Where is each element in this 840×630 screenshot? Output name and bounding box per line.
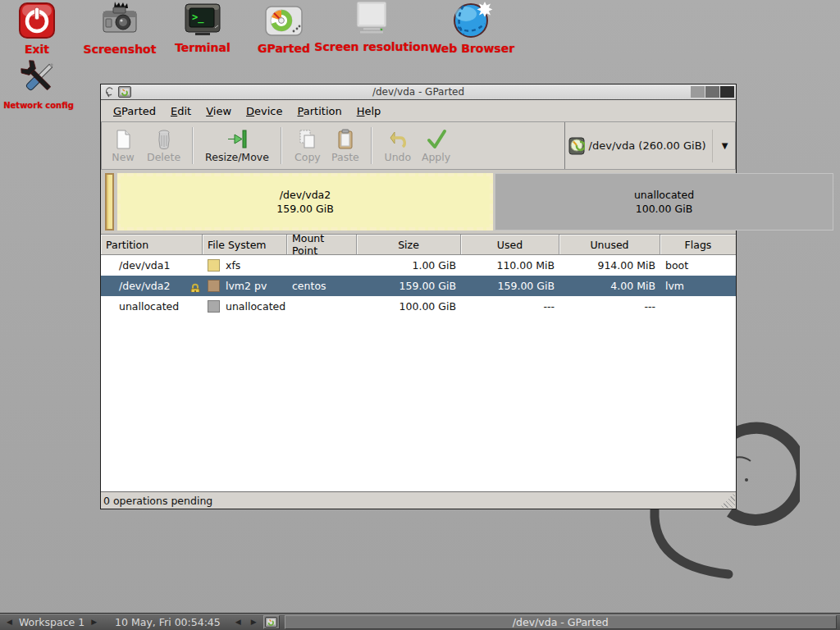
delete-button[interactable]: Delete: [142, 126, 185, 165]
desktop-icon-network-config[interactable]: Network config: [0, 57, 77, 110]
workspace-next-arrow[interactable]: ▶: [88, 618, 100, 626]
close-button[interactable]: [720, 86, 734, 98]
gparted-window: /dev/vda - GParted GParted Edit View Dev…: [100, 84, 737, 509]
device-selector[interactable]: /dev/vda (260.00 GiB) ▼: [564, 122, 736, 169]
task-icon-button[interactable]: [263, 615, 280, 629]
table-empty-area: [101, 317, 736, 491]
resize-grip[interactable]: [719, 492, 735, 508]
tasklist-next-arrow[interactable]: ▶: [248, 618, 260, 626]
partition-block-vda2[interactable]: /dev/vda2 159.00 GiB: [117, 173, 493, 231]
cell-size: 100.00 GiB: [357, 300, 461, 313]
cell-filesystem: unallocated: [203, 300, 287, 313]
desktop-icon-label: Screen resolution: [314, 40, 428, 53]
table-row-vda2[interactable]: /dev/vda2 lvm2 pv centos 159.00 GiB 159.…: [101, 276, 736, 296]
power-icon: [17, 2, 57, 40]
column-header-used[interactable]: Used: [461, 235, 559, 255]
apply-button[interactable]: Apply: [417, 126, 455, 165]
cell-unused: 914.00 MiB: [559, 259, 660, 272]
desktop-icon-label: Network config: [3, 101, 74, 110]
undo-button[interactable]: Undo: [379, 126, 417, 165]
cell-used: 110.00 MiB: [461, 259, 559, 272]
column-header-mountpoint[interactable]: Mount Point: [287, 235, 357, 255]
partition-block-unallocated[interactable]: unallocated 100.00 GiB: [495, 173, 833, 231]
column-header-size[interactable]: Size: [357, 235, 461, 255]
chevron-down-icon[interactable]: ▼: [717, 141, 733, 150]
cell-flags: lvm: [660, 280, 736, 292]
cell-size: 159.00 GiB: [357, 280, 461, 292]
apply-checkmark-icon: [426, 129, 447, 150]
cell-unused: ---: [559, 300, 660, 313]
menu-partition[interactable]: Partition: [290, 103, 349, 120]
partition-block-vda1[interactable]: [105, 173, 114, 231]
debian-swirl-icon: [105, 86, 115, 98]
new-button[interactable]: New: [104, 126, 142, 165]
cell-unused: 4.00 MiB: [559, 280, 660, 292]
lock-icon: [189, 283, 201, 292]
workspace-prev-arrow[interactable]: ◀: [3, 618, 16, 626]
desktop-icon-exit[interactable]: Exit: [10, 2, 64, 56]
workspace-label: Workspace 1: [19, 616, 84, 628]
desktop-icon-label: Exit: [25, 43, 49, 56]
cell-flags: boot: [660, 259, 736, 272]
column-header-unused[interactable]: Unused: [559, 235, 660, 255]
column-header-filesystem[interactable]: File System: [203, 235, 287, 255]
gparted-task-icon: [265, 617, 277, 628]
cell-partition: unallocated: [101, 300, 203, 313]
menu-help[interactable]: Help: [349, 103, 389, 120]
titlebar[interactable]: /dev/vda - GParted: [101, 84, 736, 100]
partition-visual-bar: /dev/vda2 159.00 GiB unallocated 100.00 …: [101, 169, 736, 235]
cell-mountpoint: centos: [287, 280, 357, 292]
desktop-icon-label: Terminal: [175, 41, 231, 54]
menu-view[interactable]: View: [199, 103, 239, 120]
toolbar-separator: [371, 127, 372, 164]
table-row-unallocated[interactable]: unallocated unallocated 100.00 GiB --- -…: [101, 296, 736, 317]
cell-filesystem: lvm2 pv: [203, 280, 287, 292]
column-header-flags[interactable]: Flags: [660, 235, 736, 255]
window-title: /dev/vda - GParted: [101, 86, 736, 98]
table-header-row: Partition File System Mount Point Size U…: [101, 235, 736, 255]
cell-partition: /dev/vda1: [101, 259, 203, 272]
desktop-icon-screenshot[interactable]: Screenshot: [80, 1, 159, 56]
camera-icon: [98, 1, 141, 40]
resize-move-button[interactable]: Resize/Move: [200, 126, 274, 165]
cell-used: ---: [461, 300, 559, 313]
taskbar-window-title: /dev/vda - GParted: [513, 616, 609, 628]
column-header-partition[interactable]: Partition: [101, 235, 203, 255]
menu-device[interactable]: Device: [239, 103, 290, 120]
partition-block-name: unallocated: [634, 188, 694, 202]
desktop-icon-terminal[interactable]: >_ Terminal: [167, 2, 239, 54]
tasklist-prev-arrow[interactable]: ◀: [232, 618, 244, 626]
delete-partition-icon: [154, 129, 174, 150]
menu-gparted[interactable]: GParted: [106, 103, 163, 120]
monitor-icon: [351, 0, 392, 38]
desktop-icon-screen-resolution[interactable]: Screen resolution: [310, 0, 433, 53]
toolbar-separator: [192, 127, 194, 164]
minimize-button[interactable]: [691, 86, 705, 98]
filesystem-color-swatch: [208, 300, 220, 313]
partition-table: Partition File System Mount Point Size U…: [101, 235, 736, 317]
paste-button[interactable]: Paste: [326, 126, 364, 165]
toolbar: New Delete Resize/Move: [101, 121, 736, 169]
paste-icon: [336, 129, 355, 150]
menu-edit[interactable]: Edit: [163, 103, 199, 120]
combo-divider: [712, 130, 713, 162]
desktop-icon-label: GParted: [258, 42, 310, 55]
copy-button[interactable]: Copy: [289, 126, 326, 165]
cell-used: 159.00 GiB: [461, 280, 559, 292]
taskbar-window-button[interactable]: /dev/vda - GParted: [285, 615, 837, 629]
desktop-icon-web-browser[interactable]: Web Browser: [417, 0, 527, 55]
toolbar-separator: [281, 127, 282, 164]
copy-icon: [297, 129, 318, 150]
device-selector-value: /dev/vda (260.00 GiB): [589, 139, 706, 152]
resize-move-icon: [226, 129, 249, 150]
clock: 10 May, Fri 00:54:45: [115, 616, 221, 628]
table-row-vda1[interactable]: /dev/vda1 xfs 1.00 GiB 110.00 MiB 914.00…: [101, 255, 736, 276]
crt-terminal-icon: >_: [182, 2, 223, 39]
partition-block-name: /dev/vda2: [280, 188, 331, 202]
filesystem-color-swatch: [208, 259, 220, 272]
statusbar: 0 operations pending: [101, 491, 736, 509]
partition-block-size: 159.00 GiB: [276, 202, 333, 216]
maximize-button[interactable]: [705, 86, 719, 98]
pending-operations-status: 0 operations pending: [103, 495, 212, 507]
cell-partition: /dev/vda2: [101, 280, 203, 292]
